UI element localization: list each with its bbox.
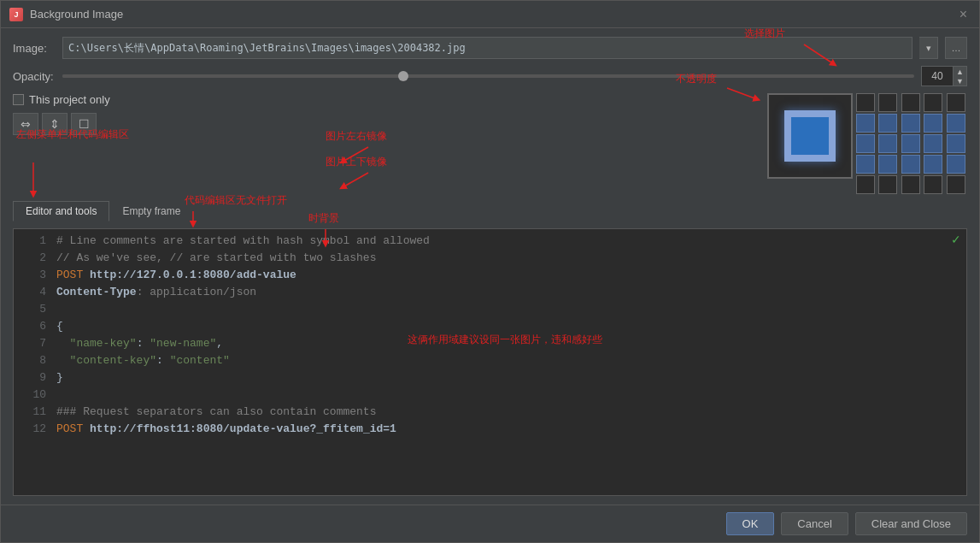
preview-inner (784, 110, 836, 162)
code-line: 1# Line comments are started with hash s… (14, 233, 966, 250)
dialog-body: Image: ▾ … Opacity: 40 ▲ ▼ (1, 28, 979, 505)
code-line: 2// As we've see, // are started with tw… (14, 250, 966, 267)
code-line: 4Content-Type: application/json (14, 284, 966, 301)
line-content: POST http://ffhost11:8080/update-value?_… (56, 421, 396, 438)
opacity-value-box: 40 ▲ ▼ (921, 66, 967, 86)
tile-cell-12[interactable] (901, 134, 920, 153)
tile-cell-16[interactable] (878, 155, 897, 174)
code-area: 1# Line comments are started with hash s… (13, 228, 967, 496)
browse-button[interactable]: … (945, 37, 967, 59)
mirror-buttons: ⇔ ⇕ ☐ (13, 113, 759, 135)
tile-cell-4[interactable] (947, 93, 965, 112)
checkmark-icon: ✓ (951, 233, 961, 246)
tile-cell-21[interactable] (878, 175, 897, 194)
tile-cell-22[interactable] (901, 175, 920, 194)
line-number: 12 (21, 421, 46, 438)
project-only-label: This project only (29, 93, 110, 106)
opacity-label: Opacity: (13, 70, 56, 83)
code-line: 9} (14, 369, 966, 387)
clear-and-close-button[interactable]: Clear and Close (855, 512, 967, 535)
project-only-checkbox[interactable] (13, 94, 24, 105)
line-number: 3 (21, 267, 46, 284)
line-number: 6 (21, 318, 46, 335)
line-number: 2 (21, 250, 46, 267)
background-image-dialog: J Background Image × Image: ▾ … Opacity:… (0, 0, 980, 543)
tile-cell-11[interactable] (878, 134, 897, 153)
tile-cell-23[interactable] (924, 175, 942, 194)
close-button[interactable]: × (956, 6, 971, 23)
tile-cell-10[interactable] (856, 134, 875, 153)
code-line: 12POST http://ffhost11:8080/update-value… (14, 421, 966, 438)
line-content: ### Request separators can also contain … (56, 404, 376, 421)
line-content: { (56, 318, 63, 335)
tile-cell-18[interactable] (924, 155, 942, 174)
left-controls: This project only ⇔ ⇕ ☐ (13, 93, 759, 135)
tabs-row: Editor and toolsEmpty frame (13, 201, 967, 221)
code-lines: 1# Line comments are started with hash s… (14, 229, 966, 441)
code-line: 8 "content-key": "content" (14, 352, 966, 369)
tile-cell-15[interactable] (856, 155, 875, 174)
code-line: 11### Request separators can also contai… (14, 404, 966, 421)
image-path-input[interactable] (62, 37, 913, 59)
flip-horizontal-button[interactable]: ⇔ (13, 113, 38, 135)
checkbox-row: This project only (13, 93, 759, 106)
tile-cell-17[interactable] (901, 155, 920, 174)
opacity-value: 40 (922, 67, 953, 86)
opacity-spinner: ▲ ▼ (953, 67, 966, 86)
line-content: // As we've see, // are started with two… (56, 250, 376, 267)
line-content: } (56, 369, 63, 387)
code-line: 7 "name-key": "new-name", (14, 335, 966, 352)
opacity-up-button[interactable]: ▲ (953, 67, 966, 76)
opacity-row: Opacity: 40 ▲ ▼ (13, 66, 967, 86)
line-number: 9 (21, 369, 46, 387)
dropdown-button[interactable]: ▾ (919, 37, 938, 59)
placement-button[interactable]: ☐ (71, 113, 97, 135)
tile-grid (856, 93, 967, 194)
preview-square (767, 93, 853, 179)
tile-cell-19[interactable] (947, 155, 965, 174)
tab-1[interactable]: Empty frame (109, 201, 193, 221)
flip-vertical-button[interactable]: ⇕ (42, 113, 67, 135)
tile-cell-8[interactable] (924, 114, 942, 133)
tile-cell-14[interactable] (947, 134, 965, 153)
tile-cell-9[interactable] (947, 114, 965, 133)
line-number: 4 (21, 284, 46, 301)
line-number: 11 (21, 404, 46, 421)
line-content: # Line comments are started with hash sy… (56, 233, 430, 250)
opacity-down-button[interactable]: ▼ (953, 76, 966, 86)
tile-cell-6[interactable] (878, 114, 897, 133)
title-bar-left: J Background Image (9, 8, 123, 21)
code-line: 6{ (14, 318, 966, 335)
tile-cell-0[interactable] (856, 93, 875, 112)
app-icon: J (9, 8, 23, 21)
cancel-button[interactable]: Cancel (781, 512, 848, 535)
tile-cell-13[interactable] (924, 134, 942, 153)
bottom-bar: OK Cancel Clear and Close (1, 505, 979, 542)
tile-cell-2[interactable] (901, 93, 920, 112)
tile-cell-1[interactable] (878, 93, 897, 112)
controls-row: This project only ⇔ ⇕ ☐ (13, 93, 967, 194)
slider-fill (62, 74, 403, 78)
tile-cell-7[interactable] (901, 114, 920, 133)
opacity-slider[interactable] (62, 74, 914, 78)
line-number: 10 (21, 387, 46, 404)
tile-cell-3[interactable] (924, 93, 942, 112)
tile-cell-24[interactable] (947, 175, 965, 194)
dialog-title: Background Image (30, 8, 123, 21)
slider-thumb (398, 71, 408, 81)
line-content: "name-key": "new-name", (56, 335, 223, 352)
code-line: 10 (14, 387, 966, 404)
line-number: 5 (21, 301, 46, 318)
image-label: Image: (13, 42, 56, 55)
code-line: 5 (14, 301, 966, 318)
tile-cell-20[interactable] (856, 175, 875, 194)
line-number: 7 (21, 335, 46, 352)
line-content: "content-key": "content" (56, 352, 230, 369)
line-content: POST http://127.0.0.1:8080/add-value (56, 267, 296, 284)
title-bar: J Background Image × (1, 1, 979, 28)
line-content: Content-Type: application/json (56, 284, 256, 301)
ok-button[interactable]: OK (726, 512, 775, 535)
tab-0[interactable]: Editor and tools (13, 201, 109, 221)
preview-area (767, 93, 967, 194)
tile-cell-5[interactable] (856, 114, 875, 133)
